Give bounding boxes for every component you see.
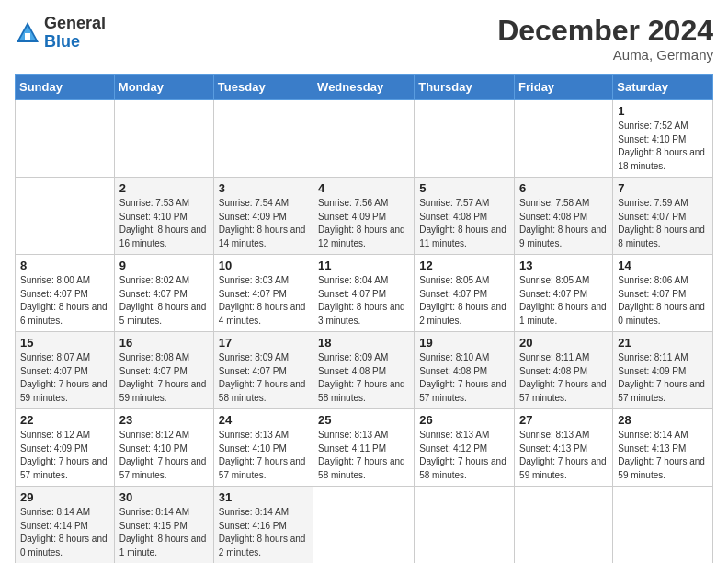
calendar-day-3: 3Sunrise: 7:54 AMSunset: 4:09 PMDaylight… [213, 178, 313, 255]
calendar-day-20: 20Sunrise: 8:11 AMSunset: 4:08 PMDayligh… [515, 332, 613, 409]
calendar-week-1: 2Sunrise: 7:53 AMSunset: 4:10 PMDaylight… [16, 178, 713, 255]
calendar-day-22: 22Sunrise: 8:12 AMSunset: 4:09 PMDayligh… [16, 409, 115, 487]
header-cell-saturday: Saturday [613, 75, 713, 100]
calendar-day-18: 18Sunrise: 8:09 AMSunset: 4:08 PMDayligh… [313, 332, 415, 409]
calendar-day-1: 1Sunrise: 7:52 AMSunset: 4:10 PMDaylight… [613, 100, 713, 178]
calendar-day-6: 6Sunrise: 7:58 AMSunset: 4:08 PMDaylight… [515, 178, 613, 255]
calendar-day-24: 24Sunrise: 8:13 AMSunset: 4:10 PMDayligh… [213, 409, 313, 487]
month-title: December 2024 [497, 15, 713, 47]
empty-cell [415, 487, 515, 563]
calendar-day-23: 23Sunrise: 8:12 AMSunset: 4:10 PMDayligh… [114, 409, 213, 487]
empty-cell [213, 100, 313, 178]
empty-cell [415, 100, 515, 178]
empty-cell [114, 100, 213, 178]
header-cell-sunday: Sunday [16, 75, 115, 100]
logo: General Blue [15, 15, 106, 52]
calendar-day-5: 5Sunrise: 7:57 AMSunset: 4:08 PMDaylight… [415, 178, 515, 255]
header-cell-thursday: Thursday [415, 75, 515, 100]
logo-general-text: General [44, 14, 106, 32]
calendar-day-8: 8Sunrise: 8:00 AMSunset: 4:07 PMDaylight… [16, 255, 115, 332]
empty-cell [515, 100, 613, 178]
empty-cell [313, 487, 415, 563]
calendar-day-28: 28Sunrise: 8:14 AMSunset: 4:13 PMDayligh… [613, 409, 713, 487]
empty-cell [613, 487, 713, 563]
calendar-week-4: 22Sunrise: 8:12 AMSunset: 4:09 PMDayligh… [16, 409, 713, 487]
calendar-day-10: 10Sunrise: 8:03 AMSunset: 4:07 PMDayligh… [213, 255, 313, 332]
title-block: December 2024 Auma, Germany [497, 15, 713, 63]
calendar-week-0: 1Sunrise: 7:52 AMSunset: 4:10 PMDaylight… [16, 100, 713, 178]
calendar-day-30: 30Sunrise: 8:14 AMSunset: 4:15 PMDayligh… [114, 487, 213, 563]
empty-cell [515, 487, 613, 563]
empty-cell [16, 100, 115, 178]
calendar-header: SundayMondayTuesdayWednesdayThursdayFrid… [16, 75, 713, 100]
calendar-day-25: 25Sunrise: 8:13 AMSunset: 4:11 PMDayligh… [313, 409, 415, 487]
location-subtitle: Auma, Germany [497, 47, 713, 63]
calendar-table: SundayMondayTuesdayWednesdayThursdayFrid… [15, 74, 713, 563]
calendar-day-27: 27Sunrise: 8:13 AMSunset: 4:13 PMDayligh… [515, 409, 613, 487]
calendar-day-17: 17Sunrise: 8:09 AMSunset: 4:07 PMDayligh… [213, 332, 313, 409]
calendar-day-31: 31Sunrise: 8:14 AMSunset: 4:16 PMDayligh… [213, 487, 313, 563]
calendar-day-7: 7Sunrise: 7:59 AMSunset: 4:07 PMDaylight… [613, 178, 713, 255]
calendar-body: 1Sunrise: 7:52 AMSunset: 4:10 PMDaylight… [16, 100, 713, 563]
calendar-week-2: 8Sunrise: 8:00 AMSunset: 4:07 PMDaylight… [16, 255, 713, 332]
calendar-day-11: 11Sunrise: 8:04 AMSunset: 4:07 PMDayligh… [313, 255, 415, 332]
calendar-day-14: 14Sunrise: 8:06 AMSunset: 4:07 PMDayligh… [613, 255, 713, 332]
calendar-day-16: 16Sunrise: 8:08 AMSunset: 4:07 PMDayligh… [114, 332, 213, 409]
calendar-day-29: 29Sunrise: 8:14 AMSunset: 4:14 PMDayligh… [16, 487, 115, 563]
header-cell-wednesday: Wednesday [313, 75, 415, 100]
calendar-day-13: 13Sunrise: 8:05 AMSunset: 4:07 PMDayligh… [515, 255, 613, 332]
calendar-day-19: 19Sunrise: 8:10 AMSunset: 4:08 PMDayligh… [415, 332, 515, 409]
header-cell-monday: Monday [114, 75, 213, 100]
header-cell-tuesday: Tuesday [213, 75, 313, 100]
calendar-day-4: 4Sunrise: 7:56 AMSunset: 4:09 PMDaylight… [313, 178, 415, 255]
calendar-day-15: 15Sunrise: 8:07 AMSunset: 4:07 PMDayligh… [16, 332, 115, 409]
header-cell-friday: Friday [515, 75, 613, 100]
calendar-day-26: 26Sunrise: 8:13 AMSunset: 4:12 PMDayligh… [415, 409, 515, 487]
calendar-day-2: 2Sunrise: 7:53 AMSunset: 4:10 PMDaylight… [114, 178, 213, 255]
calendar-week-5: 29Sunrise: 8:14 AMSunset: 4:14 PMDayligh… [16, 487, 713, 563]
svg-rect-2 [25, 33, 30, 40]
logo-blue-text: Blue [44, 32, 80, 51]
empty-cell [313, 100, 415, 178]
logo-icon [15, 20, 40, 46]
calendar-day-12: 12Sunrise: 8:05 AMSunset: 4:07 PMDayligh… [415, 255, 515, 332]
calendar-day-21: 21Sunrise: 8:11 AMSunset: 4:09 PMDayligh… [613, 332, 713, 409]
calendar-day-9: 9Sunrise: 8:02 AMSunset: 4:07 PMDaylight… [114, 255, 213, 332]
page-header: General Blue December 2024 Auma, Germany [15, 15, 713, 63]
header-row: SundayMondayTuesdayWednesdayThursdayFrid… [16, 75, 713, 100]
calendar-week-3: 15Sunrise: 8:07 AMSunset: 4:07 PMDayligh… [16, 332, 713, 409]
empty-cell [16, 178, 115, 255]
